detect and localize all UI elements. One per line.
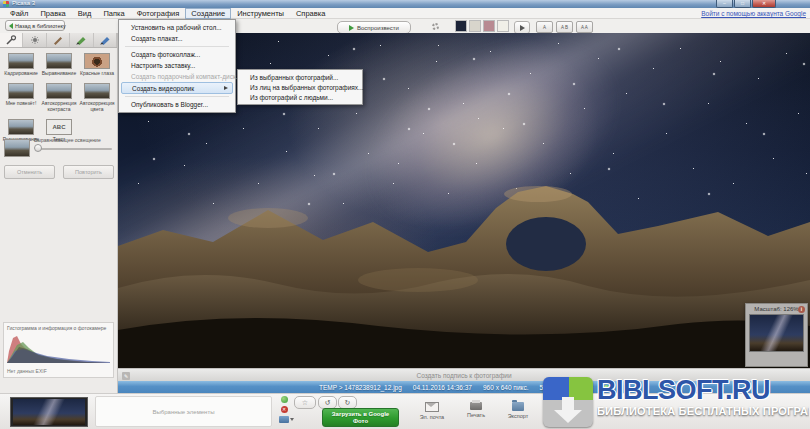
back-arrow-icon bbox=[9, 23, 13, 29]
menu-folder[interactable]: Папка bbox=[97, 8, 130, 19]
recent-thumb[interactable] bbox=[469, 20, 481, 32]
info-icon[interactable]: i bbox=[798, 306, 805, 313]
watermark-title: BIBLSOFT.RU bbox=[597, 377, 809, 404]
add-to-album-icon[interactable] bbox=[279, 416, 289, 423]
recent-thumb[interactable] bbox=[483, 20, 495, 32]
crop-tool[interactable]: Кадрирование bbox=[2, 53, 40, 76]
menu-item-gift-cd: Создать подарочный компакт-диск... bbox=[119, 71, 235, 82]
gear-icon bbox=[432, 23, 439, 30]
menu-create[interactable]: Создание bbox=[185, 8, 231, 19]
view-side-by-side-button[interactable]: A A bbox=[576, 21, 593, 33]
view-split-button[interactable]: A B bbox=[556, 21, 573, 33]
fill-light-thumb bbox=[4, 139, 30, 157]
tab-effects-3[interactable] bbox=[94, 33, 117, 47]
google-sign-in-link[interactable]: Войти с помощью аккаунта Google bbox=[701, 10, 806, 17]
histogram-title: Гистограмма и информация о фотокамере bbox=[7, 325, 110, 331]
selected-items-tray[interactable]: Выбранные элементы bbox=[95, 396, 272, 427]
view-single-button[interactable]: A bbox=[536, 21, 553, 33]
play-icon bbox=[349, 25, 354, 31]
redo-button[interactable]: Повторить bbox=[63, 165, 114, 179]
window-title: Picasa 3 bbox=[12, 0, 35, 6]
zoom-navigator: Масштаб: 126% i bbox=[745, 303, 808, 367]
caption-placeholder: Создать подпись к фотографии bbox=[416, 372, 511, 379]
clear-tray-icon[interactable]: ✕ bbox=[281, 406, 288, 413]
email-icon bbox=[425, 402, 439, 412]
create-video-submenu: Из выбранных фотографий... Из лиц на выб… bbox=[237, 69, 363, 105]
tab-effects-2[interactable] bbox=[70, 33, 93, 47]
straighten-tool-icon bbox=[46, 53, 72, 69]
status-file-path: TEMP > 1478238912_12.jpg bbox=[319, 384, 402, 391]
menu-view[interactable]: Вид bbox=[72, 8, 98, 19]
recent-thumb[interactable] bbox=[455, 20, 467, 32]
menu-help[interactable]: Справка bbox=[290, 8, 331, 19]
menu-edit[interactable]: Правка bbox=[34, 8, 71, 19]
straighten-tool[interactable]: Выравнивание bbox=[40, 53, 78, 76]
picasa-window: Picasa 3 – □ ✕ Файл Правка Вид Папка Фот… bbox=[0, 0, 810, 429]
printer-icon bbox=[470, 402, 482, 410]
recent-thumb[interactable] bbox=[497, 20, 509, 32]
email-button[interactable]: Эл. почта bbox=[412, 402, 452, 420]
watermark-subtitle: БИБЛИОТЕКА БЕСПЛАТНЫХ ПРОГРАММ bbox=[597, 405, 809, 417]
pencil-icon bbox=[52, 35, 64, 45]
minimize-button[interactable]: – bbox=[716, 0, 733, 8]
auto-color-tool[interactable]: Автокоррекция цвета bbox=[78, 83, 116, 112]
fill-light-control: Выравнивающее освещение bbox=[4, 137, 114, 163]
fill-light-slider-knob[interactable] bbox=[34, 144, 42, 152]
export-folder-icon bbox=[512, 402, 524, 411]
auto-color-icon bbox=[84, 83, 110, 99]
retouch-tool-icon bbox=[8, 119, 34, 135]
tab-basic-fixes[interactable] bbox=[0, 33, 23, 47]
red-eye-tool[interactable]: Красные глаза bbox=[78, 53, 116, 76]
star-button[interactable]: ☆ bbox=[294, 396, 316, 409]
maximize-button[interactable]: □ bbox=[734, 0, 751, 8]
blue-brush-icon bbox=[99, 35, 111, 45]
export-button[interactable]: Экспорт bbox=[498, 402, 538, 419]
upload-to-google-photos-button[interactable]: Загрузить в Google Фото bbox=[322, 408, 399, 427]
undo-button[interactable]: Отменить bbox=[4, 165, 55, 179]
im-feeling-lucky-tool[interactable]: Мне повезёт! bbox=[2, 83, 40, 112]
back-to-library-button[interactable]: Назад в библиотеку bbox=[5, 20, 65, 31]
menu-tools[interactable]: Инструменты bbox=[231, 8, 290, 19]
green-brush-icon bbox=[75, 35, 87, 45]
menu-photo[interactable]: Фотография bbox=[131, 8, 186, 19]
menu-item-create-video[interactable]: Создать видеоролик bbox=[121, 82, 233, 94]
picasa-logo-icon bbox=[3, 1, 9, 7]
menu-item-photo-collage[interactable]: Создать фотоколлаж... bbox=[119, 49, 235, 60]
submenu-item-from-faces[interactable]: Из лиц на выбранных фотографиях... bbox=[238, 82, 362, 92]
tray-photo-thumbnail bbox=[13, 399, 85, 425]
submenu-item-from-selected[interactable]: Из выбранных фотографий... bbox=[238, 72, 362, 82]
print-button[interactable]: Печать bbox=[456, 402, 496, 418]
menu-item-screensaver[interactable]: Настроить заставку... bbox=[119, 60, 235, 71]
menu-file[interactable]: Файл bbox=[4, 8, 34, 19]
biblsoft-watermark: BIBLSOFT.RU БИБЛИОТЕКА БЕСПЛАТНЫХ ПРОГРА… bbox=[543, 377, 809, 429]
close-button[interactable]: ✕ bbox=[752, 0, 776, 8]
hold-pin-icon[interactable] bbox=[281, 396, 288, 403]
red-eye-tool-icon bbox=[84, 53, 110, 69]
text-tool-icon: ABC bbox=[46, 119, 72, 135]
tab-tuning[interactable] bbox=[23, 33, 46, 47]
submenu-arrow-icon bbox=[224, 86, 228, 90]
status-dimensions: 960 x 640 пикс. bbox=[483, 384, 528, 391]
compare-view-buttons: A A B A A bbox=[536, 21, 593, 33]
tray-selected-photo[interactable] bbox=[10, 397, 88, 427]
edit-tabs bbox=[0, 33, 117, 48]
zoom-level-label: Масштаб: 126% bbox=[748, 306, 805, 312]
menu-item-make-poster[interactable]: Создать плакат... bbox=[119, 33, 235, 44]
menu-bar: Файл Правка Вид Папка Фотография Создани… bbox=[0, 8, 810, 19]
histogram-panel: Гистограмма и информация о фотокамере Не… bbox=[3, 322, 114, 378]
lucky-tool-icon bbox=[8, 83, 34, 99]
navigator-thumbnail[interactable] bbox=[749, 314, 804, 352]
menu-item-set-as-desktop[interactable]: Установить на рабочий стол... bbox=[119, 22, 235, 33]
menu-item-publish-blogger[interactable]: Опубликовать в Blogger... bbox=[119, 99, 235, 110]
caption-pencil-icon: ✎ bbox=[122, 372, 130, 380]
auto-contrast-tool[interactable]: Автокоррекция контраста bbox=[40, 83, 78, 112]
crop-tool-icon bbox=[8, 53, 34, 69]
rock-formation bbox=[118, 168, 810, 368]
tab-effects-1[interactable] bbox=[47, 33, 70, 47]
histogram-chart bbox=[7, 333, 110, 363]
fill-light-slider[interactable] bbox=[36, 148, 112, 150]
submenu-item-from-people[interactable]: Из фотографий с людьми... bbox=[238, 92, 362, 102]
settings-button[interactable] bbox=[427, 21, 443, 32]
forward-arrow-icon bbox=[520, 25, 525, 31]
recent-thumbnails bbox=[455, 20, 509, 32]
